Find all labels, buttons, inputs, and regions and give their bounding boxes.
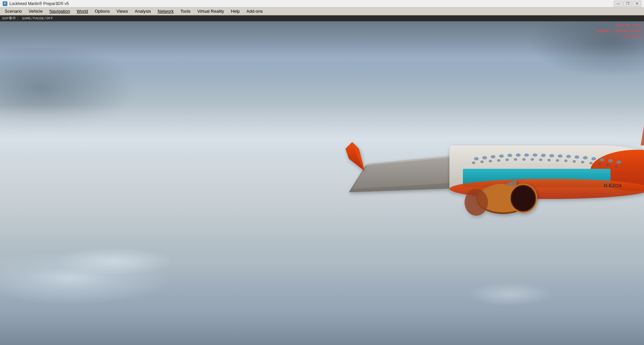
svg-point-40 — [589, 162, 593, 164]
svg-point-37 — [564, 159, 568, 162]
svg-point-31 — [514, 158, 517, 161]
svg-text:easyJet holidays: easyJet holidays — [520, 162, 565, 168]
menu-item-world[interactable]: World — [73, 8, 92, 14]
svg-point-18 — [558, 154, 562, 158]
menu-item-views[interactable]: Views — [113, 8, 131, 14]
svg-point-16 — [541, 154, 546, 157]
svg-point-14 — [524, 153, 529, 157]
fuselage: easyJet holidays G-EZOA easy — [449, 129, 644, 199]
svg-point-12 — [507, 154, 512, 157]
svg-point-34 — [539, 158, 542, 161]
svg-point-9 — [482, 156, 487, 159]
svg-point-38 — [573, 160, 576, 163]
svg-point-33 — [531, 158, 534, 161]
svg-point-53 — [465, 189, 488, 216]
svg-point-25 — [616, 160, 621, 164]
svg-point-20 — [575, 155, 579, 159]
window-controls[interactable]: — ❐ ✕ — [614, 1, 641, 7]
title-bar-left: P Lockheed Martin® Prepar3D® v5 — [3, 1, 69, 6]
svg-point-43 — [614, 165, 618, 168]
svg-point-23 — [600, 158, 604, 161]
custom-view-label: Custom View — [596, 23, 642, 28]
svg-point-17 — [549, 154, 554, 157]
svg-point-28 — [489, 160, 492, 162]
svg-point-42 — [606, 164, 609, 166]
overlay-info: Custom View Gimbal (ChasePlane) 1.23 Zoo… — [596, 23, 642, 40]
menu-item-navigation[interactable]: Navigation — [46, 8, 73, 14]
svg-point-26 — [472, 161, 475, 164]
svg-point-21 — [583, 156, 588, 159]
menu-item-scenario[interactable]: Scenario — [1, 8, 25, 14]
menu-item-analysis[interactable]: Analysis — [131, 8, 154, 14]
menu-bar: Scenario Vehicle Navigation World Option… — [0, 7, 644, 15]
svg-point-35 — [547, 159, 551, 161]
svg-point-50 — [512, 186, 535, 211]
svg-point-22 — [591, 157, 596, 160]
svg-point-41 — [598, 163, 601, 165]
menu-item-options[interactable]: Options — [91, 8, 113, 14]
tail — [641, 105, 644, 145]
svg-point-36 — [556, 159, 559, 162]
svg-point-8 — [474, 157, 479, 160]
svg-point-10 — [491, 155, 495, 158]
svg-text:G-EZOA: G-EZOA — [604, 183, 622, 188]
app-title: Lockheed Martin® Prepar3D® v5 — [9, 1, 69, 6]
svg-point-29 — [497, 159, 500, 162]
restore-button[interactable]: ❐ — [623, 1, 632, 7]
svg-point-24 — [608, 159, 613, 162]
menu-item-help[interactable]: Help — [227, 8, 243, 14]
cloud-detail-2 — [34, 228, 235, 295]
svg-point-32 — [522, 158, 526, 161]
gimbal-label: Gimbal (ChasePlane) — [596, 28, 642, 34]
menu-item-vehicle[interactable]: Vehicle — [25, 8, 46, 14]
winglet — [345, 142, 364, 170]
svg-point-39 — [581, 161, 584, 163]
svg-point-27 — [480, 160, 484, 163]
app-icon: P — [3, 1, 7, 6]
menu-item-network[interactable]: Network — [154, 8, 177, 14]
svg-point-15 — [533, 153, 537, 157]
close-button[interactable]: ✕ — [633, 1, 641, 7]
title-bar: P Lockheed Martin® Prepar3D® v5 — ❐ ✕ — [0, 0, 644, 7]
zoom-label: 1.23 Zoom — [596, 34, 642, 40]
aircraft-svg: easyJet holidays G-EZOA easy — [248, 38, 644, 273]
aircraft-container: easyJet holidays G-EZOA easy — [248, 38, 644, 273]
status-text: SOP事件： GAME/PAUSE/OFF — [2, 16, 53, 21]
viewport: easyJet holidays G-EZOA easy — [0, 21, 644, 345]
svg-point-30 — [505, 158, 509, 161]
minimize-button[interactable]: — — [614, 1, 623, 7]
svg-point-19 — [566, 155, 571, 158]
menu-item-add-ons[interactable]: Add-ons — [243, 8, 266, 14]
status-bar: SOP事件： GAME/PAUSE/OFF — [0, 15, 644, 21]
svg-point-13 — [516, 153, 521, 157]
svg-point-11 — [499, 154, 504, 158]
menu-item-virtual-reality[interactable]: Virtual Reality — [194, 8, 227, 14]
menu-item-tools[interactable]: Tools — [177, 8, 194, 14]
